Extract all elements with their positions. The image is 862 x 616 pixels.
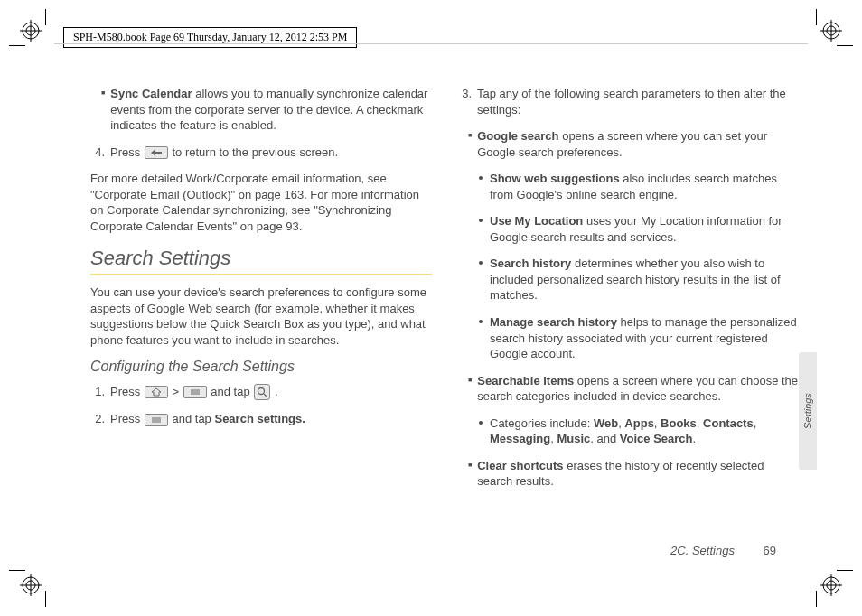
clear-shortcuts-label: Clear shortcuts [477,459,563,472]
dot-bullet-icon [479,421,483,425]
step-2-a: Press [110,412,144,425]
crop-mark [837,570,853,571]
step-4-text: Press to return to the previous screen. [110,145,338,161]
step-4-a: Press [110,145,144,159]
crop-mark [816,9,817,25]
step-2-c: Search settings. [214,412,305,425]
heading-search-settings: Search Settings [90,245,432,272]
searchable-items-label: Searchable items [477,374,574,387]
step-1-dot: . [275,385,278,398]
categories-prefix: Categories include: [490,416,594,430]
registration-mark-icon [20,20,42,42]
step-3-text: Tap any of the following search paramete… [477,86,799,117]
clear-shortcuts-text: Clear shortcuts erases the history of re… [477,458,799,490]
cat-voice-search: Voice Search [620,432,693,445]
footer-page-number: 69 [764,544,776,557]
crop-mark [45,9,46,25]
page-footer: 2C. Settings 69 [670,544,776,557]
step-2: 2. Press and tap Search settings. [90,411,432,433]
section-tab-label: Settings [802,393,813,429]
page-body: ■ Sync Calendar allows you to manually s… [90,86,799,530]
step-1-a: Press [110,385,144,398]
cat-messaging: Messaging [490,432,550,445]
dot-bullet-icon [479,261,483,265]
detail-paragraph: For more detailed Work/Corporate email i… [90,171,432,234]
registration-mark-icon [820,574,842,596]
cat-dot: . [693,432,697,445]
step-3: 3. Tap any of the following search param… [457,86,799,123]
crop-mark [9,570,25,571]
manage-history-text: Manage search history helps to manage th… [490,314,799,362]
cat-contacts: Contacts [703,416,754,430]
step-number: 3. [457,86,472,123]
svg-line-20 [264,394,267,397]
heading-configuring: Configuring the Search Settings [90,357,432,377]
square-bullet-icon: ■ [468,373,472,410]
square-bullet-icon: ■ [101,86,105,139]
step-number: 1. [90,384,105,406]
heading-rule [90,274,432,275]
step-1: 1. Press > and tap . [90,384,432,406]
dot-bullet-icon [479,320,483,323]
step-4-b: to return to the previous screen. [172,145,338,159]
footer-section: 2C. Settings [670,544,735,557]
cat-books: Books [661,416,697,430]
bullet-clear-shortcuts: ■ Clear shortcuts erases the history of … [468,458,799,495]
crop-mark [837,45,853,46]
left-column: ■ Sync Calendar allows you to manually s… [90,86,432,530]
search-history-text: Search history determines whether you al… [490,256,799,303]
bullet-google-search: ■ Google search opens a screen where you… [468,128,799,165]
step-4: 4. Press to return to the previous scree… [90,145,432,166]
page-meta-header: SPH-M580.book Page 69 Thursday, January … [63,27,357,48]
registration-mark-icon [20,574,42,596]
show-suggestions-text: Show web suggestions also includes searc… [490,171,799,202]
section-tab: Settings [799,352,817,470]
header-separator [54,43,808,44]
menu-key-icon [145,414,168,426]
bullet-searchable-items: ■ Searchable items opens a screen where … [468,373,799,410]
dot-bullet-icon [479,176,483,180]
search-history-label: Search history [490,257,571,270]
step-number: 2. [90,411,105,433]
cat-music: Music [557,432,590,445]
square-bullet-icon: ■ [468,458,472,495]
crop-mark [816,591,817,607]
step-2-text: Press and tap Search settings. [110,411,305,427]
use-location-text: Use My Location uses your My Location in… [490,213,799,245]
cat-web: Web [594,416,618,430]
google-search-label: Google search [477,129,558,143]
use-location-label: Use My Location [490,214,583,228]
search-app-icon [254,384,270,400]
back-key-icon [145,146,168,159]
square-bullet-icon: ■ [468,128,472,165]
google-search-text: Google search opens a screen where you c… [477,128,799,160]
searchable-items-text: Searchable items opens a screen where yo… [477,373,799,405]
menu-key-icon [183,386,207,398]
dot-bullet-icon [479,219,483,222]
bullet-manage-history: Manage search history helps to manage th… [479,314,799,368]
categories-text: Categories include: Web, Apps, Books, Co… [490,415,799,447]
step-1-b: and tap [211,385,253,398]
bullet-show-suggestions: Show web suggestions also includes searc… [479,171,799,208]
cat-and: , and [590,432,620,445]
bullet-categories: Categories include: Web, Apps, Books, Co… [479,415,799,453]
step-1-gt: > [172,385,182,398]
step-2-b: and tap [172,412,214,425]
bullet-use-location: Use My Location uses your My Location in… [479,213,799,250]
bullet-sync-calendar: ■ Sync Calendar allows you to manually s… [101,86,432,139]
crop-mark [45,591,46,607]
crop-mark [9,45,25,46]
svg-point-19 [258,388,265,395]
manage-history-label: Manage search history [490,315,617,329]
sync-calendar-text: Sync Calendar allows you to manually syn… [110,86,432,134]
search-settings-intro: You can use your device's search prefere… [90,285,432,348]
registration-mark-icon [820,20,842,42]
right-column: 3. Tap any of the following search param… [457,86,799,530]
show-suggestions-label: Show web suggestions [490,172,620,185]
cat-apps: Apps [624,416,654,430]
step-number: 4. [90,145,105,166]
home-key-icon [145,386,168,398]
step-1-text: Press > and tap . [110,384,278,401]
sync-calendar-label: Sync Calendar [110,87,192,100]
bullet-search-history: Search history determines whether you al… [479,256,799,309]
